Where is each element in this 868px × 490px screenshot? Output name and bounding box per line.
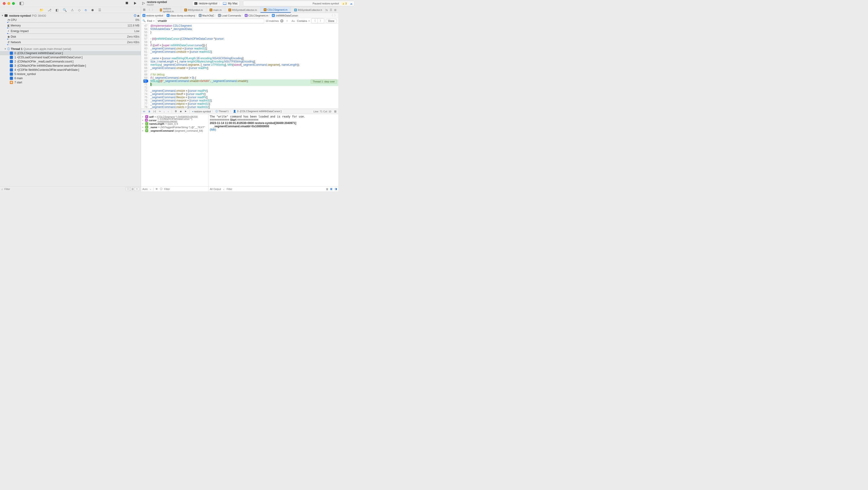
gauge-energy-impact[interactable]: ⚡︎Energy ImpactLow — [0, 29, 141, 35]
left-sidebar-toggle-icon[interactable] — [20, 2, 24, 5]
issue-nav-icon[interactable]: ⚠︎ — [71, 8, 74, 12]
line-gutter[interactable]: 4754555657585960616263646566676869707172… — [141, 24, 149, 109]
scheme-selector[interactable]: restore-symbol 〉 My Mac — [192, 1, 240, 6]
gauge-disk[interactable]: ◉DiskZero KB/s — [0, 35, 141, 40]
filter-crashed-icon[interactable]: ☐ — [125, 187, 130, 191]
show-changes-icon[interactable]: ⇆ — [326, 8, 328, 11]
quicklook-icon[interactable]: 👁 — [155, 188, 158, 190]
info-icon[interactable]: ⓘ — [134, 14, 136, 17]
branch-icon[interactable] — [142, 2, 145, 5]
console-scope[interactable]: All Output — [210, 188, 221, 190]
find-add-icon[interactable]: ＋ — [285, 19, 289, 23]
gauge-name: CPU — [11, 18, 17, 22]
debug-frame-breadcrumb[interactable]: ▪ restore-symbol 〉 ⓘ Thread 1 〉 👤 0 -[CD… — [192, 109, 282, 113]
find-done-button[interactable]: Done — [326, 19, 337, 23]
thread-row[interactable]: ▼ ⓘ Thread 1 Queue: com.apple.main-threa… — [0, 47, 141, 51]
console-output[interactable]: The "write" command has been loaded and … — [208, 114, 338, 186]
mac-icon — [223, 2, 226, 5]
breakpoints-toggle-icon[interactable]: ⏸ — [148, 110, 151, 113]
add-editor-icon[interactable]: ⊞ — [334, 8, 336, 11]
step-out-icon[interactable]: ↑ — [167, 110, 169, 113]
location-sim-icon[interactable]: ➤ — [184, 110, 187, 113]
split-console-icon[interactable]: ▥ — [334, 110, 336, 113]
zoom-window-button[interactable] — [12, 2, 15, 5]
view-debug-icon[interactable]: ⚙︎ — [175, 110, 177, 113]
stack-frame[interactable]: 👤6 main — [0, 76, 141, 80]
editor-tab[interactable]: hRSSymbolCollector.h — [291, 7, 326, 13]
step-over-icon[interactable]: ⤼ — [159, 110, 161, 113]
editor-tab[interactable]: mCDLCSegment.m — [260, 7, 291, 13]
jumpbar-crumb[interactable]: mCDLCSegment.m — [245, 14, 268, 17]
jump-prev-icon[interactable]: 〈 — [330, 14, 333, 17]
stack-frame[interactable]: 👤1 +[CDLoadCommand loadCommandWithDataCu… — [0, 55, 141, 60]
stack-frame[interactable]: 👤2 -[CDMachOFile _readLoadCommands:count… — [0, 60, 141, 64]
gauge-memory[interactable]: ◧Memory122.8 MB — [0, 24, 141, 29]
case-sensitive-icon[interactable]: Aa — [291, 20, 296, 22]
find-prev-button[interactable]: 〈 — [311, 19, 318, 23]
step-into-icon[interactable]: ↓ — [163, 110, 165, 113]
stack-frame[interactable]: 👤0 -[CDLCSegment initWithDataCursor:] — [0, 51, 141, 55]
show-console-pane-icon[interactable]: ◨ — [335, 187, 337, 190]
find-label[interactable]: Find — [147, 20, 152, 22]
stack-frame[interactable]: 👤4 +[CDFile fileWithContentsOfFile:searc… — [0, 68, 141, 72]
editor-tab[interactable]: mmain.m — [206, 7, 225, 13]
console-filter-input[interactable] — [226, 188, 324, 190]
related-items-icon[interactable]: ▦ — [143, 8, 146, 12]
debug-bc-crumb[interactable]: ▪ restore-symbol — [192, 110, 211, 113]
source-control-nav-icon[interactable]: ⎇ — [48, 8, 51, 12]
breakpoint-nav-icon[interactable]: ⏺ — [91, 8, 94, 12]
find-input[interactable] — [156, 19, 264, 23]
jumpbar-crumb[interactable]: ▸class-dump.xcodeproj — [166, 14, 195, 17]
jumpbar-crumb[interactable]: ▸MachObjC — [199, 14, 214, 17]
folder-nav-icon[interactable]: 📁 — [39, 8, 43, 12]
variables-filter-input[interactable] — [164, 188, 207, 190]
variable-row[interactable]: ▸Acursor = (CDMachOFileDataCursor *) 0x6… — [143, 119, 207, 122]
variable-row[interactable]: ▸V_name = (NSTaggedPointerString *) @"__… — [143, 125, 207, 129]
test-nav-icon[interactable]: ◇ — [78, 8, 81, 12]
debug-bc-crumb[interactable]: 👤 0 -[CDLCSegment initWithDataCursor:] — [233, 110, 281, 113]
stack-frame[interactable]: ⚙7 start — [0, 80, 141, 85]
editor-tab[interactable]: mRSSymbolCollector.m — [225, 7, 260, 13]
find-next-button[interactable]: 〉 — [318, 19, 324, 23]
debug-bc-crumb[interactable]: ⓘ Thread 1 — [215, 109, 229, 113]
clear-find-icon[interactable]: ✕ — [280, 19, 283, 23]
editor-tab[interactable]: mrestore-symbol.m — [157, 7, 181, 13]
continue-icon[interactable]: ▷| — [153, 110, 156, 113]
filter-running-icon[interactable]: ▤ — [130, 187, 135, 191]
symbols-nav-icon[interactable]: ◧ — [56, 8, 59, 12]
var-info-icon[interactable]: ⓘ — [160, 187, 162, 191]
forward-icon[interactable]: 〉 — [152, 8, 155, 12]
stack-frame[interactable]: 👤5 restore_symbol — [0, 72, 141, 76]
memory-graph-icon[interactable]: ◈ — [180, 110, 182, 113]
jump-next-icon[interactable]: 〉 — [334, 14, 337, 17]
report-nav-icon[interactable]: ☰ — [98, 8, 101, 12]
editor-tab[interactable]: mRSSymbol.m — [181, 7, 206, 13]
find-nav-icon[interactable]: 🔍 — [63, 8, 67, 12]
jumpbar-crumb[interactable]: ▸restore-symbol — [143, 14, 163, 17]
variable-row[interactable]: ▸V_segmentCommand (segment_command_64) — [143, 129, 207, 132]
minimize-window-button[interactable] — [7, 2, 10, 5]
find-mode[interactable]: Contains — [297, 20, 307, 22]
debug-nav-icon[interactable]: ⎋ — [85, 8, 87, 12]
hide-debug-area-icon[interactable]: ▭ — [143, 110, 145, 113]
eject-icon[interactable]: ⏏ — [137, 14, 140, 17]
run-button[interactable] — [134, 2, 136, 5]
source-editor[interactable]: 4754555657585960616263646566676869707172… — [141, 24, 338, 109]
stop-button[interactable] — [125, 2, 128, 5]
process-row[interactable]: ▼ restore-symbol PID 38400 ⓘ ⏏ — [0, 13, 141, 18]
code-area[interactable]: @implementation CDLCSegment NSMutableDat… — [149, 24, 338, 109]
adjust-editor-icon[interactable]: ☰ — [330, 8, 332, 11]
jump-bar[interactable]: ▸restore-symbol〉▸class-dump.xcodeproj〉▸M… — [141, 13, 338, 18]
close-window-button[interactable] — [3, 2, 6, 5]
navigator-filter-input[interactable] — [4, 188, 124, 190]
vars-scope[interactable]: Auto — [143, 188, 148, 190]
stack-frame[interactable]: 👤3 -[CDMachOFile initWithData:filename:s… — [0, 64, 141, 68]
gauge-network[interactable]: ⇵NetworkZero KB/s — [0, 40, 141, 46]
filter-thread-icon[interactable]: ≡ — [135, 187, 140, 191]
trash-icon[interactable]: 🗑 — [326, 188, 329, 190]
back-icon[interactable]: 〈 — [147, 8, 150, 12]
jumpbar-crumb[interactable]: ▸Load Commands — [218, 14, 241, 17]
show-vars-pane-icon[interactable]: ◧ — [330, 187, 333, 190]
gauge-cpu[interactable]: ◔CPU0% — [0, 18, 141, 24]
jumpbar-crumb[interactable]: M-initWithDataCursor: — [272, 14, 299, 17]
